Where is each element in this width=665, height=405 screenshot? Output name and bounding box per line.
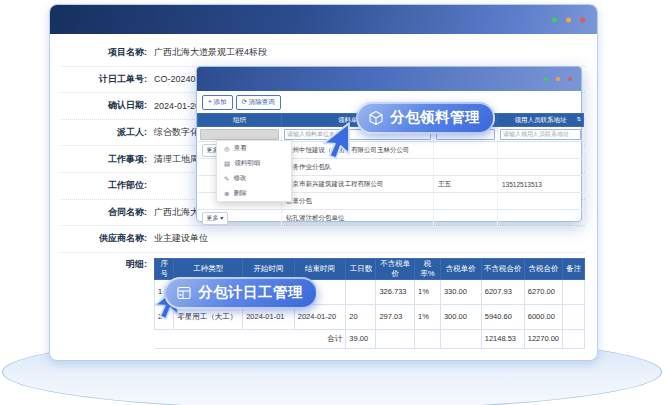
cell: 326.733 <box>376 279 415 304</box>
address-cell <box>498 159 584 176</box>
field-label: 工作事项: <box>60 153 154 166</box>
field-label: 合同名称: <box>60 206 154 219</box>
table-row: 更多 ▾ 钻孔灌注桩分包单位 <box>198 210 584 227</box>
badge-label: 分包计日工管理 <box>198 283 303 302</box>
cell: 20 <box>346 304 376 329</box>
person-cell <box>434 159 498 176</box>
cell <box>155 329 174 348</box>
total-ex-tax: 12148.53 <box>481 329 524 348</box>
row-actions-menu: ◎ 查看 ▤ 领料明细 ✎ 修改 ⊗ 删除 <box>216 140 292 202</box>
cursor-pointer-icon <box>316 122 356 162</box>
cell <box>563 329 585 348</box>
delete-icon: ⊗ <box>224 190 229 198</box>
address-filter-input[interactable] <box>500 129 581 140</box>
total-workdays: 39.00 <box>346 329 376 348</box>
total-inc-tax: 12270.00 <box>524 329 563 348</box>
close-dot-icon[interactable] <box>580 17 585 22</box>
table-chart-icon <box>176 285 192 301</box>
unit-name-cell: 贵州中恒建设（集团）有限公司玉林分公司 <box>282 142 434 159</box>
col-header-address: 领用人员联系地址⇅ <box>498 114 584 127</box>
menu-item-label: 修改 <box>233 174 246 183</box>
stage: 项目名称: 广西北海大道景观工程4标段 计日工单号: CO-2024013000… <box>0 0 665 405</box>
field-value: 广西北海大道景观工程4标段 <box>154 46 267 59</box>
field-label: 计日工单号: <box>60 73 154 86</box>
address-cell <box>498 193 584 210</box>
cell: 330.00 <box>440 279 481 304</box>
cell: 6000.00 <box>524 304 563 329</box>
field-detail: 明细: 序号 工种类型 开始时间 结束时间 工日数 不含税单价 <box>60 253 585 349</box>
menu-item-delete[interactable]: ⊗ 删除 <box>217 186 291 201</box>
field-label: 项目名称: <box>60 46 154 59</box>
person-cell <box>434 210 498 227</box>
col-header: 含税合价 <box>524 258 563 279</box>
field-value: 2024-01-20 <box>154 101 200 111</box>
maximize-dot-icon[interactable] <box>566 17 571 22</box>
unit-name-cell: 南京市新兴建筑建设工程有限公司 <box>282 176 434 193</box>
cell <box>174 329 243 348</box>
clear-query-button[interactable]: ⟳ 清除查询 <box>236 95 281 110</box>
total-label: 合计 <box>294 329 346 348</box>
menu-item-edit[interactable]: ✎ 修改 <box>217 171 291 186</box>
cell: 6270.00 <box>524 279 563 304</box>
cell: 1% <box>415 304 441 329</box>
maximize-dot-icon[interactable] <box>556 77 560 81</box>
window-controls <box>552 17 585 22</box>
total-row: 合计 39.00 12148.53 12270.00 <box>155 329 585 348</box>
add-button[interactable]: + 添加 <box>202 95 233 110</box>
cell: 300.00 <box>440 304 481 329</box>
unit-name-cell: 桩基分包 <box>282 193 434 210</box>
field-project-name: 项目名称: 广西北海大道景观工程4标段 <box>60 40 585 67</box>
cell <box>415 329 441 348</box>
field-supplier-name: 供应商名称: 业主建设单位 <box>60 226 585 253</box>
field-label: 供应商名称: <box>60 232 154 245</box>
col-header: 不含税合价 <box>481 258 524 279</box>
cell <box>243 329 295 348</box>
col-header: 备注 <box>563 258 585 279</box>
address-cell: 13512513513 <box>498 176 584 193</box>
badge-label: 分包领料管理 <box>390 108 480 127</box>
col-header: 序号 <box>155 258 174 279</box>
cell: 1% <box>415 279 441 304</box>
cell <box>563 304 585 329</box>
person-cell <box>434 142 498 159</box>
col-header-org: 组织 <box>198 114 282 127</box>
view-icon: ◎ <box>224 145 230 153</box>
main-window-titlebar <box>50 5 597 34</box>
menu-item-label: 删除 <box>233 189 246 198</box>
address-cell <box>498 210 584 227</box>
field-label: 工作部位: <box>60 179 154 192</box>
more-actions-button[interactable]: 更多 ▾ <box>202 212 229 225</box>
badge-material-management: 分包领料管理 <box>356 102 495 134</box>
minimize-dot-icon[interactable] <box>552 17 557 22</box>
overlay-titlebar <box>197 67 581 91</box>
edit-icon: ✎ <box>224 175 229 183</box>
overlay-window-controls <box>544 77 572 81</box>
unit-name-cell: 钻孔灌注桩分包单位 <box>282 210 434 227</box>
cell <box>376 329 415 348</box>
org-filter-input[interactable] <box>200 129 280 140</box>
field-label: 确认日期: <box>60 99 154 112</box>
close-dot-icon[interactable] <box>568 77 572 81</box>
sort-icon[interactable]: ⇅ <box>576 116 581 122</box>
field-value: 业主建设单位 <box>154 232 208 245</box>
field-label: 明细: <box>60 258 154 271</box>
person-cell: 王五 <box>434 176 498 193</box>
field-label: 派工人: <box>60 126 154 139</box>
minimize-dot-icon[interactable] <box>544 77 548 81</box>
cell <box>346 279 376 304</box>
cell: 297.03 <box>376 304 415 329</box>
cell <box>563 279 585 304</box>
cell <box>440 329 481 348</box>
col-header: 不含税单价 <box>376 258 415 279</box>
unit-name-cell: 劳务作业分包队 <box>282 159 434 176</box>
menu-item-material-detail[interactable]: ▤ 领料明细 <box>217 156 291 171</box>
col-header: 税率% <box>415 258 441 279</box>
menu-item-view[interactable]: ◎ 查看 <box>217 141 291 156</box>
menu-item-label: 领料明细 <box>234 159 260 168</box>
person-cell <box>434 193 498 210</box>
cell: 6207.93 <box>481 279 524 304</box>
material-requisition-window: + 添加 ⟳ 清除查询 组织 领料单位名称⇅ 领用人员⇅ 领用人员联系地址⇅ 更… <box>196 66 582 222</box>
cell: 5940.60 <box>481 304 524 329</box>
detail-list-icon: ▤ <box>224 160 230 168</box>
col-header: 工日数 <box>346 258 376 279</box>
